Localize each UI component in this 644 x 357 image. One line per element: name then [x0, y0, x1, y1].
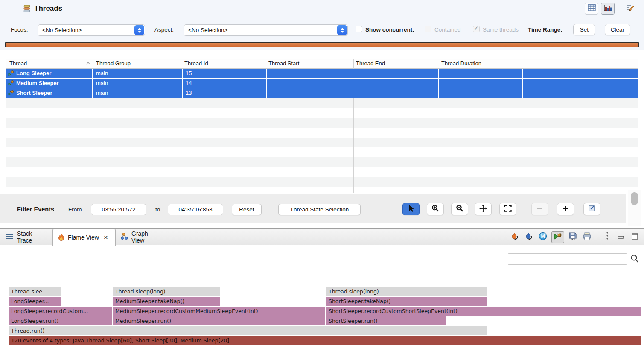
table-row[interactable]: Long Sleepermain15 [6, 69, 638, 79]
thread-name: Short Sleeper [16, 90, 52, 96]
table-empty-row [6, 108, 638, 118]
filter-events-title: Filter Events [17, 206, 54, 213]
to-time-input[interactable] [168, 204, 223, 215]
table-cell[interactable] [439, 79, 523, 88]
aspect-combobox[interactable]: <No Selection> [184, 24, 348, 36]
chart-display-button[interactable] [601, 3, 615, 15]
aspect-label: Aspect: [154, 26, 174, 33]
table-empty-rows [6, 98, 638, 193]
fit-screen-icon [504, 205, 512, 214]
thread-name-cell[interactable]: Medium Sleeper [6, 79, 93, 88]
combobox-stepper-icon [134, 25, 144, 35]
table-empty-row [6, 147, 638, 157]
time-range-clear-button[interactable]: Clear [605, 24, 630, 35]
column-header-end[interactable]: Thread End [356, 60, 385, 67]
show-concurrent-checkbox[interactable] [356, 26, 362, 32]
table-cell[interactable]: main [93, 88, 183, 98]
zoom-in-button[interactable] [427, 203, 444, 215]
flame-frame[interactable]: MediumSleeper.run() [113, 316, 325, 325]
column-header-start[interactable]: Thread Start [268, 60, 299, 67]
contained-label: Contained [434, 26, 461, 33]
zoom-out-button[interactable] [451, 203, 468, 215]
select-tool-button[interactable] [402, 203, 420, 215]
reset-button[interactable]: Reset [232, 204, 262, 215]
flame-frame[interactable]: LongSleeper.recordCustom... [9, 307, 112, 316]
table-cell[interactable] [267, 79, 353, 88]
column-header-id[interactable]: Thread Id [184, 60, 208, 67]
flame-frame[interactable]: Thread.sleep(long) [326, 287, 487, 296]
table-empty-row [6, 128, 638, 138]
toolbar-separator [619, 4, 619, 13]
table-row[interactable]: Medium Sleepermain14 [6, 79, 638, 88]
thread-icon [8, 70, 14, 78]
open-external-button[interactable] [583, 203, 600, 215]
table-cell[interactable] [523, 79, 636, 88]
table-cell[interactable] [353, 69, 439, 78]
table-header: Thread Thread Group Thread Id Thread Sta… [6, 59, 638, 69]
flame-graph: Thread.slee...Thread.sleep(long)Thread.s… [0, 228, 644, 357]
table-cell[interactable]: 13 [183, 88, 267, 98]
flame-frame[interactable]: Thread.slee... [9, 287, 61, 296]
flame-frame[interactable]: 120 events of 4 types: Java Thread Sleep… [9, 336, 641, 345]
table-empty-row [6, 157, 638, 167]
same-threads-label: Same threads [483, 26, 519, 33]
flame-frame[interactable]: ShortSleeper.run() [326, 316, 446, 325]
zoom-to-fit-button[interactable] [499, 203, 516, 215]
table-display-button[interactable] [585, 3, 598, 15]
cursor-icon [408, 205, 414, 214]
edit-pencil-icon [626, 4, 634, 13]
table-empty-row [6, 177, 638, 187]
column-header-group[interactable]: Thread Group [96, 60, 131, 67]
thread-name-cell[interactable]: Long Sleeper [6, 69, 93, 78]
thread-table: Thread Thread Group Thread Id Thread Sta… [6, 59, 638, 193]
threads-controls: Focus: <No Selection> Aspect: <No Select… [0, 21, 644, 38]
filter-events-bar: Filter Events From to Reset Thread State… [0, 194, 626, 223]
checkmark-icon: ✓ [474, 25, 478, 32]
flame-frame[interactable]: LongSleeper.run() [9, 316, 112, 325]
move-icon [479, 205, 487, 214]
page-title: Threads [34, 4, 62, 13]
vertical-scrollbar-thumb[interactable] [631, 192, 638, 205]
thread-icon [8, 89, 14, 98]
flame-frame[interactable]: ShortSleeper.takeNap() [326, 297, 487, 306]
threads-icon [23, 5, 31, 14]
from-time-input[interactable] [91, 204, 146, 215]
flame-frame[interactable]: MediumSleeper.takeNap() [113, 297, 220, 306]
column-header-duration[interactable]: Thread Duration [441, 60, 481, 67]
flame-frame[interactable]: ShortSleeper.recordCustomShortSleepEvent… [326, 307, 641, 316]
table-cell[interactable]: main [93, 79, 183, 88]
column-header-thread[interactable]: Thread [9, 60, 27, 67]
table-cell[interactable] [267, 69, 353, 78]
flame-frame[interactable]: LongSleeper... [9, 297, 61, 306]
focus-combobox[interactable]: <No Selection> [38, 24, 145, 36]
plus-icon [562, 205, 569, 214]
increase-button[interactable] [557, 203, 574, 215]
time-range-navigator[interactable] [5, 42, 639, 47]
thread-name-cell[interactable]: Short Sleeper [6, 88, 93, 98]
flame-frame[interactable]: Thread.run() [9, 326, 487, 335]
thread-icon [8, 79, 14, 88]
focus-label: Focus: [11, 26, 28, 33]
table-cell[interactable]: 15 [183, 69, 267, 78]
same-threads-checkbox: ✓ [473, 26, 480, 32]
table-cell[interactable] [439, 69, 523, 78]
table-cell[interactable]: main [93, 69, 183, 78]
pan-button[interactable] [475, 203, 492, 215]
edit-rules-button[interactable] [624, 3, 636, 15]
table-cell[interactable] [439, 88, 523, 98]
table-cell[interactable] [353, 88, 439, 98]
thread-state-selection-button[interactable]: Thread State Selection [278, 204, 361, 215]
table-cell[interactable] [353, 79, 439, 88]
header-toolbar [585, 3, 636, 15]
table-cell[interactable]: 14 [183, 79, 267, 88]
table-cell[interactable] [267, 88, 353, 98]
flame-frame[interactable]: Thread.sleep(long) [113, 287, 220, 296]
from-label: From [68, 206, 82, 213]
combobox-stepper-icon [337, 25, 347, 35]
table-cell[interactable] [523, 88, 636, 98]
table-cell[interactable] [523, 69, 636, 78]
table-empty-row [6, 167, 638, 177]
time-range-set-button[interactable]: Set [573, 24, 595, 35]
flame-frame[interactable]: MediumSleeper.recordCustomMediumSleepEve… [113, 307, 325, 316]
table-row[interactable]: Short Sleepermain13 [6, 88, 638, 98]
